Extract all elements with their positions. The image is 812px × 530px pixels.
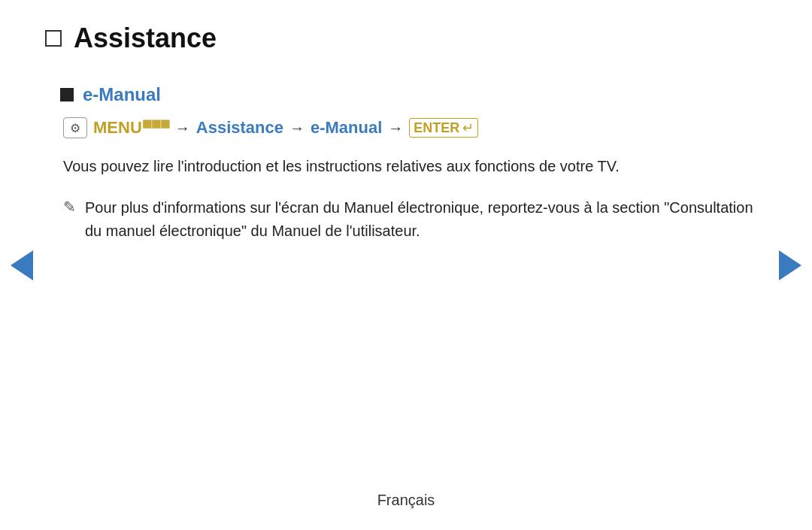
page-title-row: Assistance: [45, 23, 767, 62]
breadcrumb-arrow-1: →: [175, 120, 190, 137]
nav-left-button[interactable]: [11, 250, 33, 280]
breadcrumb-row: ⚙ MENU▦▦▦ → Assistance → e-Manual → ENTE…: [63, 117, 767, 138]
nav-right-button[interactable]: [779, 250, 801, 280]
page-title: Assistance: [74, 23, 217, 54]
breadcrumb-assistance: Assistance: [196, 118, 283, 138]
section-block: e-Manual ⚙ MENU▦▦▦ → Assistance → e-Manu…: [60, 84, 767, 243]
description-text: Vous pouvez lire l'introduction et les i…: [63, 155, 767, 178]
breadcrumb-emanual: e-Manual: [311, 118, 382, 138]
main-content: Assistance e-Manual ⚙ MENU▦▦▦ → Assistan…: [0, 0, 812, 288]
breadcrumb-enter: ENTER ↵: [409, 118, 478, 138]
note-icon: ✎: [63, 198, 76, 216]
breadcrumb-enter-label: ENTER: [414, 120, 459, 136]
note-row: ✎ Pour plus d'informations sur l'écran d…: [63, 196, 767, 243]
footer-language: Français: [377, 492, 435, 509]
section-header: e-Manual: [60, 84, 767, 105]
menu-icon: ⚙: [63, 117, 87, 138]
breadcrumb-arrow-2: →: [289, 120, 304, 137]
enter-arrow-icon: ↵: [462, 120, 474, 136]
title-checkbox-icon: [45, 30, 62, 47]
breadcrumb-arrow-3: →: [388, 120, 403, 137]
breadcrumb-menu-label: MENU▦▦▦: [93, 117, 169, 138]
section-bullet-icon: [60, 88, 74, 101]
note-text: Pour plus d'informations sur l'écran du …: [85, 196, 767, 243]
section-title: e-Manual: [83, 84, 161, 105]
